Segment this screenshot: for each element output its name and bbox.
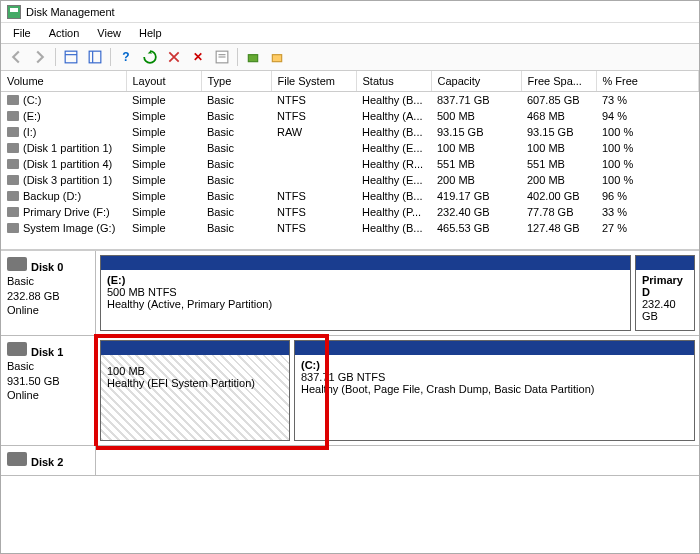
panel2-icon[interactable] (84, 46, 106, 68)
disk-row-0: Disk 0 Basic 232.88 GB Online (E:) 500 M… (1, 251, 699, 336)
volume-icon (7, 95, 19, 105)
eject-icon[interactable] (163, 46, 185, 68)
disk0-partition-primary[interactable]: Primary D 232.40 GB (635, 255, 695, 331)
disk-graphical-pane: Disk 0 Basic 232.88 GB Online (E:) 500 M… (1, 251, 699, 476)
disk1-type: Basic (7, 359, 89, 373)
table-row[interactable]: Backup (D:)SimpleBasicNTFSHealthy (B...4… (1, 188, 699, 204)
volume-icon (7, 207, 19, 217)
disk2-header[interactable]: Disk 2 (1, 446, 96, 475)
title-bar: Disk Management (1, 1, 699, 23)
volume-icon (7, 159, 19, 169)
separator (110, 48, 111, 66)
partition-line: 837.71 GB NTFS (301, 371, 688, 383)
svg-rect-7 (248, 55, 257, 62)
partition-status: Healthy (EFI System Partition) (107, 377, 283, 389)
svg-rect-0 (65, 51, 77, 63)
partition-title: (C:) (301, 359, 688, 371)
col-capacity[interactable]: Capacity (431, 71, 521, 92)
menu-action[interactable]: Action (41, 25, 88, 41)
disk0-state: Online (7, 303, 89, 317)
table-row[interactable]: (I:)SimpleBasicRAWHealthy (B...93.15 GB9… (1, 124, 699, 140)
partition-stripe (636, 256, 694, 270)
disk0-type: Basic (7, 274, 89, 288)
table-row[interactable]: (Disk 1 partition 4)SimpleBasicHealthy (… (1, 156, 699, 172)
disk-row-1: Disk 1 Basic 931.50 GB Online 100 MB Hea… (1, 336, 699, 446)
partition-status: Healthy (Active, Primary Partition) (107, 298, 624, 310)
action1-icon[interactable] (242, 46, 264, 68)
partition-line: 232.40 GB (642, 298, 688, 322)
svg-rect-2 (89, 51, 101, 63)
svg-rect-8 (272, 55, 281, 62)
action2-icon[interactable] (266, 46, 288, 68)
col-freespace[interactable]: Free Spa... (521, 71, 596, 92)
table-row[interactable]: (Disk 3 partition 1)SimpleBasicHealthy (… (1, 172, 699, 188)
volume-icon (7, 127, 19, 137)
menu-view[interactable]: View (89, 25, 129, 41)
disk1-partition-efi[interactable]: 100 MB Healthy (EFI System Partition) (100, 340, 290, 441)
table-row[interactable]: (C:)SimpleBasicNTFSHealthy (B...837.71 G… (1, 92, 699, 109)
menu-file[interactable]: File (5, 25, 39, 41)
partition-title: (E:) (107, 274, 624, 286)
separator (237, 48, 238, 66)
disk1-header[interactable]: Disk 1 Basic 931.50 GB Online (1, 336, 96, 445)
app-icon (7, 5, 21, 19)
table-row[interactable]: (Disk 1 partition 1)SimpleBasicHealthy (… (1, 140, 699, 156)
col-volume[interactable]: Volume (1, 71, 126, 92)
help-icon[interactable]: ? (115, 46, 137, 68)
menu-help[interactable]: Help (131, 25, 170, 41)
partition-stripe (101, 256, 630, 270)
disk-icon (7, 342, 27, 356)
separator (55, 48, 56, 66)
disk1-size: 931.50 GB (7, 374, 89, 388)
partition-stripe (101, 341, 289, 355)
volume-list-pane: Volume Layout Type File System Status Ca… (1, 71, 699, 251)
disk-row-2: Disk 2 (1, 446, 699, 476)
disk0-size: 232.88 GB (7, 289, 89, 303)
col-status[interactable]: Status (356, 71, 431, 92)
volume-icon (7, 191, 19, 201)
back-icon[interactable] (5, 46, 27, 68)
properties-icon[interactable] (211, 46, 233, 68)
volume-table[interactable]: Volume Layout Type File System Status Ca… (1, 71, 699, 236)
col-pctfree[interactable]: % Free (596, 71, 699, 92)
disk1-partition-c[interactable]: (C:) 837.71 GB NTFS Healthy (Boot, Page … (294, 340, 695, 441)
forward-icon[interactable] (29, 46, 51, 68)
partition-title: Primary D (642, 274, 688, 298)
window-title: Disk Management (26, 6, 115, 18)
toolbar: ? ✕ (1, 43, 699, 71)
volume-icon (7, 223, 19, 233)
col-layout[interactable]: Layout (126, 71, 201, 92)
delete-icon[interactable]: ✕ (187, 46, 209, 68)
table-header-row: Volume Layout Type File System Status Ca… (1, 71, 699, 92)
menu-bar: File Action View Help (1, 23, 699, 43)
partition-line: 100 MB (107, 365, 283, 377)
partition-line: 500 MB NTFS (107, 286, 624, 298)
disk0-header[interactable]: Disk 0 Basic 232.88 GB Online (1, 251, 96, 335)
disk1-state: Online (7, 388, 89, 402)
table-row[interactable]: Primary Drive (F:)SimpleBasicNTFSHealthy… (1, 204, 699, 220)
disk1-name: Disk 1 (31, 346, 63, 358)
panel1-icon[interactable] (60, 46, 82, 68)
disk2-name: Disk 2 (31, 456, 63, 468)
col-filesystem[interactable]: File System (271, 71, 356, 92)
col-type[interactable]: Type (201, 71, 271, 92)
partition-stripe (295, 341, 694, 355)
disk-icon (7, 452, 27, 466)
volume-icon (7, 143, 19, 153)
volume-icon (7, 175, 19, 185)
disk0-name: Disk 0 (31, 261, 63, 273)
table-row[interactable]: System Image (G:)SimpleBasicNTFSHealthy … (1, 220, 699, 236)
partition-status: Healthy (Boot, Page File, Crash Dump, Ba… (301, 383, 688, 395)
disk-icon (7, 257, 27, 271)
table-row[interactable]: (E:)SimpleBasicNTFSHealthy (A...500 MB46… (1, 108, 699, 124)
disk0-partition-e[interactable]: (E:) 500 MB NTFS Healthy (Active, Primar… (100, 255, 631, 331)
refresh-icon[interactable] (139, 46, 161, 68)
volume-icon (7, 111, 19, 121)
